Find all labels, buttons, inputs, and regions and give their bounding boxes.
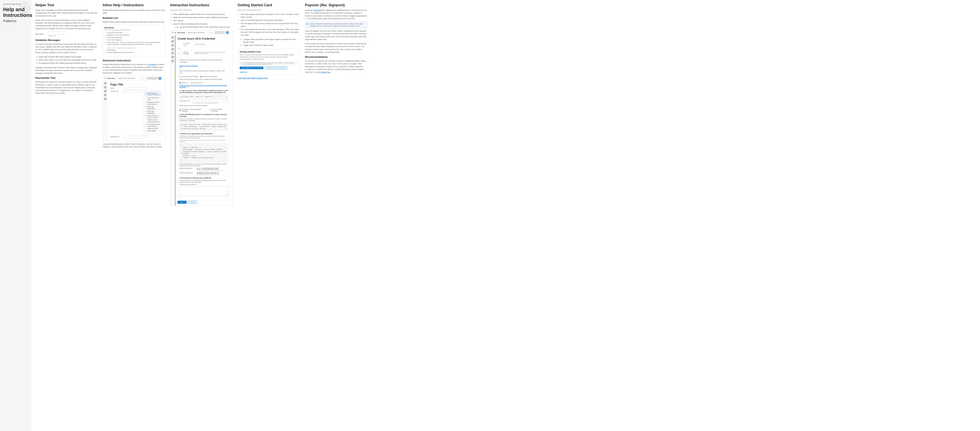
nav-icon[interactable] bbox=[104, 94, 107, 96]
radio-cli[interactable]: Azure CLI bbox=[179, 82, 188, 84]
main-content: Helper Text Helper Text is available on … bbox=[31, 0, 980, 431]
section-helper-text: Helper Text Helper Text is available on … bbox=[35, 3, 98, 428]
paragraph: Simple inline help and instructions can … bbox=[103, 9, 165, 14]
code-block: az ad sp create-for-rbac --name applicat… bbox=[179, 122, 228, 131]
tanzu-create-credential-screenshot: ☰ ⬢ Tanzu Hub | Project Context: All Pro… bbox=[170, 30, 233, 206]
nav-icon[interactable] bbox=[104, 82, 107, 84]
heading: Interaction Instructions bbox=[170, 3, 233, 7]
paragraph: Validation messages take the place of th… bbox=[35, 66, 98, 75]
service-principal-link[interactable]: What is a Service Principal? bbox=[179, 65, 197, 67]
paragraph: Placeholder text should be used with cau… bbox=[35, 81, 98, 94]
avatar[interactable] bbox=[226, 31, 229, 34]
validation-list: Inputs with sensitive field value length… bbox=[35, 56, 98, 65]
search-icon[interactable]: ⌕ bbox=[209, 32, 210, 33]
home-icon[interactable]: ⬢ bbox=[175, 32, 176, 33]
info-icon: i bbox=[241, 62, 242, 65]
name-input[interactable] bbox=[124, 87, 147, 89]
heading: Recommendations bbox=[305, 56, 368, 59]
info-icon: i bbox=[306, 23, 309, 25]
search-icon[interactable]: ⌕ bbox=[141, 78, 142, 79]
getting-started-bullets: This card appears just below the header … bbox=[237, 13, 300, 37]
sub-bullets: A trigger will be provided in the Page H… bbox=[237, 38, 300, 47]
bell-icon[interactable]: △ bbox=[211, 32, 212, 33]
learn-more-link[interactable]: Learn more bbox=[240, 71, 247, 73]
pem-textarea[interactable] bbox=[179, 186, 228, 196]
helper-text-link[interactable]: Helper Text bbox=[321, 71, 330, 73]
tenant-id-input[interactable] bbox=[197, 172, 219, 174]
nav-icon[interactable] bbox=[104, 90, 107, 92]
sidebar: ◢Fleet Design System Help and Instructio… bbox=[0, 0, 31, 431]
nav-icon[interactable] bbox=[172, 44, 174, 46]
radio-existing[interactable]: Existing Service Principal bbox=[179, 76, 198, 78]
page-subtitle: Patterns bbox=[3, 19, 28, 23]
popover-link[interactable]: Popover bbox=[314, 9, 321, 11]
radio-new[interactable]: New Service Principal bbox=[200, 76, 217, 78]
close-icon[interactable]: × bbox=[297, 51, 298, 53]
heading: Inline Help / Instructions bbox=[103, 3, 165, 7]
create-button[interactable]: CREATE bbox=[178, 201, 186, 204]
add-cluster-button[interactable]: ADD KUBERNETES CLUSTER bbox=[240, 67, 263, 69]
hamburger-icon[interactable]: ☰ bbox=[172, 32, 173, 33]
menu-icon[interactable]: ⋮ bbox=[230, 32, 231, 33]
subscription-id-input[interactable] bbox=[192, 100, 228, 102]
sample-input[interactable] bbox=[49, 32, 64, 35]
nav-icon[interactable] bbox=[104, 86, 107, 88]
bell-icon[interactable]: 🜂 bbox=[143, 78, 144, 79]
helper-text: Helper Text bbox=[49, 35, 64, 37]
table-row[interactable]: ▸1 bbox=[178, 47, 229, 50]
info-icon[interactable]: i bbox=[179, 67, 181, 68]
nav-icon[interactable] bbox=[172, 52, 174, 54]
app-id-input[interactable] bbox=[197, 167, 219, 170]
nav-icon[interactable] bbox=[172, 48, 174, 50]
code-block: { "appId": "a1b2c3d4...", "displayName":… bbox=[179, 143, 228, 162]
stepper-table: Credential NameStep description ▸1 ▾2Ser… bbox=[178, 41, 230, 56]
nav-icon[interactable] bbox=[172, 56, 174, 58]
heading: Bulleted List bbox=[103, 16, 165, 19]
copy-icon[interactable]: ⧉ bbox=[226, 128, 227, 130]
intro: Intro to the Getting Started Card. bbox=[237, 9, 300, 11]
section-inline-help: Inline Help / Instructions Simple inline… bbox=[103, 3, 165, 428]
more-about-link[interactable]: More about the Getting Started Card bbox=[237, 77, 268, 79]
disclosure-toggle[interactable]: ▾Retrieving your Access ID and Key bbox=[145, 92, 161, 96]
directions-screenshot: Directions Some forms give step-by-step … bbox=[103, 25, 165, 57]
help-icon[interactable]: ? bbox=[213, 32, 214, 33]
heading: Placeholder Text bbox=[35, 76, 98, 80]
nav-icon[interactable] bbox=[172, 40, 174, 43]
external-link-icon: ↗ bbox=[186, 86, 188, 88]
section-interaction: Interaction Instructions Interaction Hel… bbox=[170, 3, 233, 428]
appid-input[interactable] bbox=[124, 136, 147, 138]
paragraph: In the context of Help & Instructions a … bbox=[305, 42, 368, 54]
create-group-button[interactable]: CREATE CLUSTER GROUP bbox=[265, 67, 287, 69]
section-getting-started: Getting Started Card Intro to the Gettin… bbox=[237, 3, 300, 428]
heading: Getting Started Card bbox=[237, 3, 300, 7]
cancel-button[interactable]: CANCEL bbox=[188, 201, 197, 204]
avatar[interactable] bbox=[158, 77, 162, 80]
paragraph: Helper Text is used for simple instructi… bbox=[35, 19, 98, 30]
accordion-link[interactable]: Accordion bbox=[148, 63, 156, 65]
radio-use-cert[interactable]: Use an existing certificate bbox=[210, 108, 228, 112]
interaction-bullets: inline walkthrough combined with form el… bbox=[170, 13, 233, 29]
nav-icon[interactable] bbox=[172, 36, 174, 39]
table-row[interactable]: ▾2Service PrincipalCreate a Service Prin… bbox=[178, 51, 229, 56]
copy-icon[interactable]: ⧉ bbox=[226, 95, 227, 98]
radio-portal[interactable]: Azure Portal UI bbox=[190, 82, 202, 84]
chevron-down-icon: ▾ bbox=[146, 93, 147, 95]
tanzu-disclosure-screenshot: ☰ Tanzu Hub | Project Context: All Proje… bbox=[103, 76, 165, 141]
nav-icon[interactable] bbox=[172, 60, 174, 62]
paragraph: Let users know when something is wrong w… bbox=[35, 43, 98, 54]
paragraph: Simple inline help and instructions can … bbox=[103, 63, 165, 74]
section-popover: Popover (fka: Signpost) Applying a Popov… bbox=[305, 3, 368, 428]
radio-generate-cert[interactable]: Generate a new self-assigned certificate bbox=[179, 108, 207, 112]
help-icon[interactable]: ? bbox=[145, 78, 146, 79]
heading: Disclosure Instructions bbox=[103, 59, 165, 62]
paragraph: Bulleted lists provide straight forward … bbox=[103, 21, 165, 23]
nav-icon[interactable] bbox=[104, 98, 107, 100]
hamburger-icon[interactable]: ☰ bbox=[105, 78, 106, 79]
menu-icon[interactable]: ⋮ bbox=[162, 78, 164, 79]
code-block: az account show --query id --output tsv … bbox=[179, 94, 228, 99]
paragraph: Avoid placing disclosures inside of othe… bbox=[103, 143, 165, 148]
paragraph: Do not rely on Popovers as a primary met… bbox=[305, 60, 368, 73]
redirect-input[interactable] bbox=[124, 91, 140, 93]
heading: Validation Messages bbox=[35, 39, 98, 41]
heading: Popover (fka: Signpost) bbox=[305, 3, 368, 7]
